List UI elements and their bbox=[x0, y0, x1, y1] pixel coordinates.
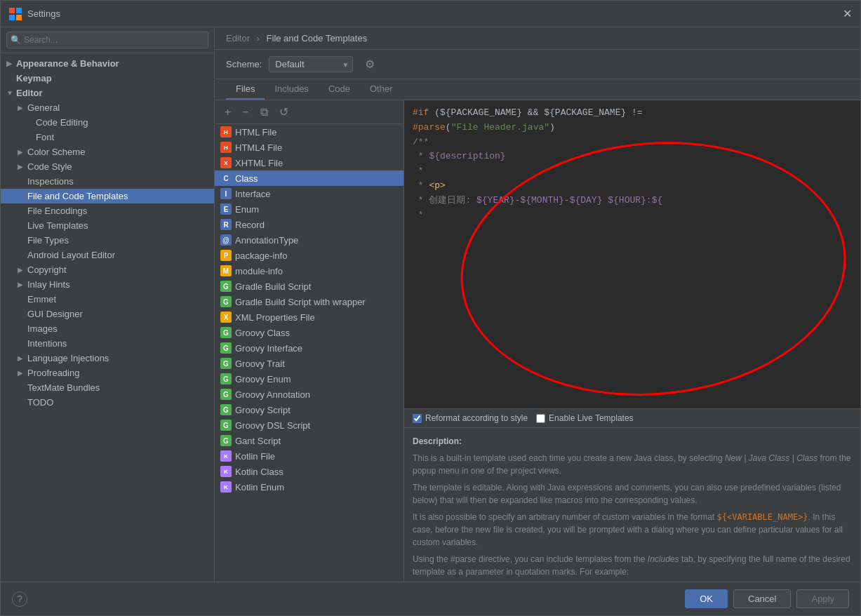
sidebar-item-keymap[interactable]: Keymap bbox=[1, 71, 214, 86]
gear-button[interactable]: ⚙ bbox=[360, 55, 380, 73]
scheme-select[interactable]: DefaultProject bbox=[269, 56, 353, 72]
sidebar-item-lang-injections[interactable]: Language Injections bbox=[1, 351, 214, 366]
file-item-interface[interactable]: IInterface bbox=[215, 186, 403, 201]
code-editor[interactable]: #if (${PACKAGE_NAME} && ${PACKAGE_NAME} … bbox=[404, 100, 860, 408]
copy-template-button[interactable]: ⧉ bbox=[256, 104, 272, 121]
file-label-kotlin-file: Kotlin File bbox=[235, 451, 275, 462]
file-item-kotlin-file[interactable]: KKotlin File bbox=[215, 448, 403, 464]
help-button[interactable]: ? bbox=[12, 591, 27, 607]
tab-files[interactable]: Files bbox=[226, 79, 265, 100]
live-templates-checkbox[interactable] bbox=[536, 414, 545, 423]
sidebar-label-inspections: Inspections bbox=[27, 176, 74, 187]
sidebar-item-code-style[interactable]: Code Style bbox=[1, 159, 214, 174]
file-label-groovy-annotation: Groovy Annotation bbox=[235, 389, 310, 400]
live-templates-label: Enable Live Templates bbox=[549, 413, 634, 423]
app-icon bbox=[9, 8, 22, 20]
live-templates-checkbox-label[interactable]: Enable Live Templates bbox=[536, 413, 634, 423]
file-item-gradle-build[interactable]: GGradle Build Script bbox=[215, 279, 403, 294]
apply-button[interactable]: Apply bbox=[796, 589, 849, 608]
file-item-class[interactable]: CClass bbox=[215, 170, 403, 186]
remove-template-button[interactable]: − bbox=[238, 104, 253, 121]
svg-rect-2 bbox=[9, 15, 15, 20]
sidebar-item-intentions[interactable]: Intentions bbox=[1, 336, 214, 351]
sidebar-label-android-layout: Android Layout Editor bbox=[27, 250, 115, 260]
close-button[interactable]: ✕ bbox=[843, 7, 852, 20]
reformat-label: Reformat according to style bbox=[425, 413, 528, 423]
file-label-interface: Interface bbox=[235, 189, 271, 199]
file-icon-gradle-wrapper: G bbox=[220, 296, 232, 307]
tab-includes[interactable]: Includes bbox=[265, 79, 318, 100]
file-item-gant[interactable]: GGant Script bbox=[215, 433, 403, 448]
file-item-kotlin-class[interactable]: KKotlin Class bbox=[215, 464, 403, 479]
sidebar-item-images[interactable]: Images bbox=[1, 321, 214, 336]
file-item-enum[interactable]: EEnum bbox=[215, 201, 403, 217]
sidebar-item-color-scheme[interactable]: Color Scheme bbox=[1, 145, 214, 159]
footer-left: ? bbox=[12, 591, 27, 607]
sidebar-item-file-code-templates[interactable]: File and Code Templates bbox=[1, 189, 214, 203]
file-item-html4[interactable]: HHTML4 File bbox=[215, 140, 403, 155]
sidebar-item-gui-designer[interactable]: GUI Designer bbox=[1, 307, 214, 321]
reformat-checkbox[interactable] bbox=[413, 414, 422, 423]
breadcrumb-current: File and Code Templates bbox=[267, 33, 368, 43]
sidebar-item-appearance[interactable]: Appearance & Behavior bbox=[1, 56, 214, 71]
file-item-kotlin-enum[interactable]: KKotlin Enum bbox=[215, 479, 403, 495]
sidebar-item-file-types[interactable]: File Types bbox=[1, 233, 214, 248]
sidebar-item-font[interactable]: Font bbox=[1, 130, 214, 145]
file-label-gant: Gant Script bbox=[235, 436, 281, 446]
sidebar-item-textmate[interactable]: TextMate Bundles bbox=[1, 380, 214, 395]
file-item-package-info[interactable]: Ppackage-info bbox=[215, 248, 403, 263]
tabs-row: FilesIncludesCodeOther bbox=[215, 79, 860, 100]
sidebar-item-emmet[interactable]: Emmet bbox=[1, 292, 214, 307]
file-item-record[interactable]: RRecord bbox=[215, 217, 403, 232]
file-item-html[interactable]: HHTML File bbox=[215, 124, 403, 140]
file-item-groovy-class[interactable]: GGroovy Class bbox=[215, 325, 403, 340]
sidebar-item-file-encodings[interactable]: File Encodings bbox=[1, 203, 214, 218]
file-item-groovy-interface[interactable]: GGroovy Interface bbox=[215, 340, 403, 356]
sidebar-label-lang-injections: Language Injections bbox=[27, 353, 109, 363]
sidebar-item-todo[interactable]: TODO bbox=[1, 395, 214, 410]
file-item-gradle-wrapper[interactable]: GGradle Build Script with wrapper bbox=[215, 294, 403, 309]
sidebar-label-textmate: TextMate Bundles bbox=[27, 382, 100, 393]
sidebar-label-keymap: Keymap bbox=[16, 73, 52, 83]
add-template-button[interactable]: + bbox=[220, 104, 235, 121]
file-item-groovy-script[interactable]: GGroovy Script bbox=[215, 402, 403, 417]
sidebar-item-live-templates[interactable]: Live Templates bbox=[1, 218, 214, 233]
right-panel: Editor › File and Code Templates Scheme:… bbox=[215, 27, 860, 582]
sidebar-item-editor[interactable]: Editor bbox=[1, 86, 214, 100]
sidebar-item-inlay-hints[interactable]: Inlay Hints bbox=[1, 277, 214, 292]
file-icon-groovy-annotation: G bbox=[220, 389, 232, 400]
code-line: * <p> bbox=[413, 179, 852, 194]
file-item-groovy-annotation[interactable]: GGroovy Annotation bbox=[215, 387, 403, 402]
sidebar-item-inspections[interactable]: Inspections bbox=[1, 174, 214, 189]
search-input[interactable] bbox=[6, 32, 208, 48]
sidebar-item-proofreading[interactable]: Proofreading bbox=[1, 366, 214, 380]
cancel-button[interactable]: Cancel bbox=[733, 589, 791, 608]
file-item-annotation[interactable]: @AnnotationType bbox=[215, 232, 403, 248]
tab-code[interactable]: Code bbox=[319, 79, 360, 100]
sidebar-label-copyright: Copyright bbox=[27, 265, 67, 275]
scheme-label: Scheme: bbox=[226, 59, 262, 69]
sidebar-label-file-code-templates: File and Code Templates bbox=[27, 191, 128, 201]
file-label-groovy-script: Groovy Script bbox=[235, 405, 291, 415]
sidebar-item-android-layout[interactable]: Android Layout Editor bbox=[1, 248, 214, 262]
file-item-module-info[interactable]: Mmodule-info bbox=[215, 263, 403, 279]
scheme-select-wrapper: DefaultProject ▼ bbox=[269, 56, 353, 72]
sidebar-item-copyright[interactable]: Copyright bbox=[1, 262, 214, 277]
sidebar-item-code-editing[interactable]: Code Editing bbox=[1, 115, 214, 130]
reset-template-button[interactable]: ↺ bbox=[275, 103, 293, 121]
ok-button[interactable]: OK bbox=[685, 589, 728, 608]
file-label-html: HTML File bbox=[235, 127, 276, 138]
file-item-groovy-trait[interactable]: GGroovy Trait bbox=[215, 356, 403, 371]
file-item-groovy-dsl[interactable]: GGroovy DSL Script bbox=[215, 417, 403, 433]
file-item-xhtml[interactable]: XXHTML File bbox=[215, 155, 403, 170]
file-item-xml-properties[interactable]: XXML Properties File bbox=[215, 309, 403, 325]
tab-other[interactable]: Other bbox=[360, 79, 403, 100]
file-item-groovy-enum[interactable]: GGroovy Enum bbox=[215, 371, 403, 387]
code-line: * bbox=[413, 164, 852, 179]
sidebar-item-general[interactable]: General bbox=[1, 100, 214, 115]
file-label-groovy-enum: Groovy Enum bbox=[235, 374, 291, 384]
reformat-checkbox-label[interactable]: Reformat according to style bbox=[413, 413, 528, 423]
description-text: This is a built-in template used each ti… bbox=[413, 452, 852, 582]
description-title: Description: bbox=[413, 435, 852, 448]
file-icon-annotation: @ bbox=[220, 234, 232, 246]
